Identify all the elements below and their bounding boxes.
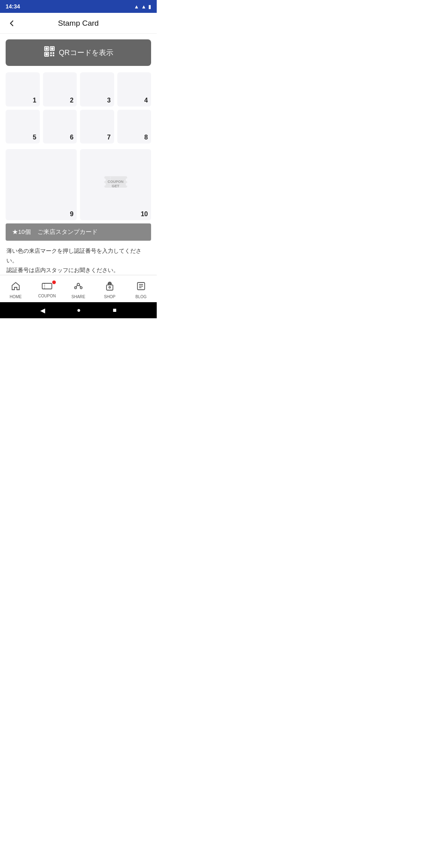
stamp-cell-3[interactable]: 3 xyxy=(80,72,114,106)
description-line1: 薄い色の来店マークを押し認証番号を入力してください。 xyxy=(6,246,150,266)
stamp-number-3: 3 xyxy=(107,97,111,104)
stamp-number-1: 1 xyxy=(33,97,37,104)
android-home-button[interactable]: ● xyxy=(77,307,81,314)
home-icon xyxy=(11,281,20,293)
stamp-number-4: 4 xyxy=(144,97,148,104)
svg-rect-1 xyxy=(45,47,48,50)
svg-rect-9 xyxy=(53,55,54,56)
description-line2: 認証番号は店内スタッフにお聞きください。 xyxy=(6,266,150,275)
android-back-button[interactable]: ◀ xyxy=(40,307,45,314)
stamp-cell-8[interactable]: 8 xyxy=(117,110,151,144)
svg-point-20 xyxy=(80,287,82,289)
shop-icon xyxy=(105,281,115,293)
stamp-number-9: 9 xyxy=(70,211,74,218)
share-icon xyxy=(74,281,83,293)
info-bar-title: ご来店スタンプカード xyxy=(37,228,98,236)
stamp-number-8: 8 xyxy=(144,134,148,141)
info-bar-stars: ★10個 xyxy=(12,228,31,236)
status-bar: 14:34 ▲ ▲ ▮ xyxy=(0,0,157,13)
stamp-cell-7[interactable]: 7 xyxy=(80,110,114,144)
description: 薄い色の来店マークを押し認証番号を入力してください。 認証番号は店内スタッフにお… xyxy=(6,246,151,275)
wifi-icon: ▲ xyxy=(134,4,139,10)
header: Stamp Card xyxy=(0,13,157,34)
battery-icon: ▮ xyxy=(148,4,151,10)
svg-point-25 xyxy=(109,287,111,288)
stamp-cell-9[interactable]: 9 xyxy=(6,149,77,220)
svg-rect-24 xyxy=(106,285,113,290)
back-button[interactable] xyxy=(6,17,18,29)
qr-icon xyxy=(44,46,55,59)
coupon-icon xyxy=(42,282,52,293)
svg-rect-6 xyxy=(50,52,52,54)
svg-rect-7 xyxy=(53,52,54,54)
nav-item-share[interactable]: SHARE xyxy=(63,280,94,299)
svg-rect-5 xyxy=(45,53,48,55)
stamp-cell-6[interactable]: 6 xyxy=(43,110,77,144)
svg-line-21 xyxy=(76,285,78,287)
stamp-cell-5[interactable]: 5 xyxy=(6,110,40,144)
android-nav: ◀ ● ■ xyxy=(0,302,157,318)
stamp-cell-4[interactable]: 4 xyxy=(117,72,151,106)
qr-button-label: QRコードを表示 xyxy=(59,48,113,57)
nav-label-blog: BLOG xyxy=(135,295,147,299)
info-bar: ★10個 ご来店スタンプカード xyxy=(6,223,151,241)
stamp-number-6: 6 xyxy=(70,134,74,141)
nav-label-coupon: COUPON xyxy=(38,294,56,298)
nav-item-shop[interactable]: SHOP xyxy=(94,280,125,299)
stamp-cell-2[interactable]: 2 xyxy=(43,72,77,106)
signal-icon: ▲ xyxy=(141,4,146,10)
nav-label-shop: SHOP xyxy=(104,295,115,299)
stamp-row-3: 9 COUPON GET 10 xyxy=(6,149,151,220)
blog-icon xyxy=(136,281,146,293)
qr-button[interactable]: QRコードを表示 xyxy=(6,39,151,66)
nav-label-home: HOME xyxy=(10,295,22,299)
stamp-grid: 1 2 3 4 5 6 7 8 xyxy=(6,72,151,143)
stamp-cell-10[interactable]: COUPON GET 10 xyxy=(80,149,151,220)
svg-point-19 xyxy=(75,287,77,289)
page-title: Stamp Card xyxy=(58,19,98,28)
svg-line-22 xyxy=(80,285,81,287)
nav-label-share: SHARE xyxy=(72,295,85,299)
stamp-number-2: 2 xyxy=(70,97,74,104)
coupon-badge xyxy=(52,280,56,284)
bottom-nav: HOME COUPON SHARE xyxy=(0,275,157,302)
stamp-number-7: 7 xyxy=(107,134,111,141)
svg-rect-16 xyxy=(42,283,52,289)
stamp-number-5: 5 xyxy=(33,134,37,141)
stamp-number-10: 10 xyxy=(141,211,148,218)
android-recent-button[interactable]: ■ xyxy=(113,307,117,314)
nav-item-home[interactable]: HOME xyxy=(0,280,31,299)
main-content: QRコードを表示 1 2 3 4 5 6 7 8 9 xyxy=(0,34,157,275)
nav-item-blog[interactable]: BLOG xyxy=(125,280,157,299)
svg-rect-8 xyxy=(50,55,52,56)
stamp-cell-1[interactable]: 1 xyxy=(6,72,40,106)
svg-rect-3 xyxy=(51,47,53,50)
back-arrow-icon xyxy=(7,19,16,28)
status-icons: ▲ ▲ ▮ xyxy=(134,4,151,10)
status-time: 14:34 xyxy=(6,3,20,10)
nav-item-coupon[interactable]: COUPON xyxy=(31,280,63,298)
coupon-text: COUPON GET xyxy=(108,180,124,189)
